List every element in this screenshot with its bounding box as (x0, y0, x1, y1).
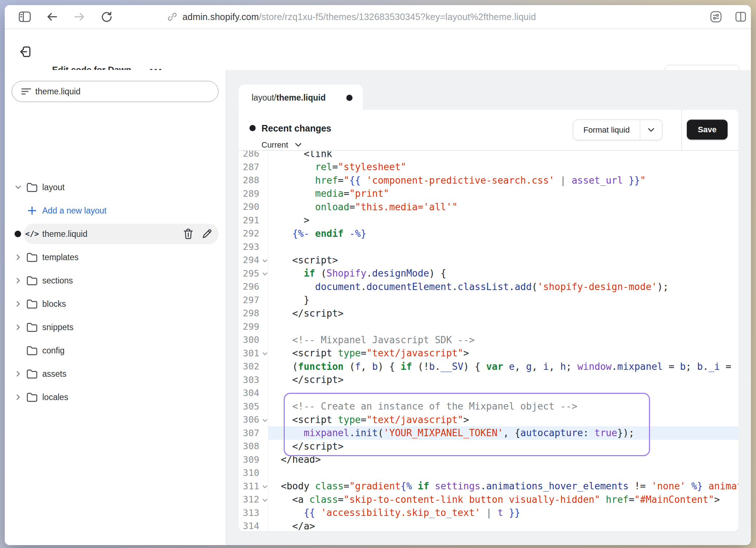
trash-icon[interactable] (183, 228, 194, 240)
chevron-right-icon[interactable] (14, 393, 22, 401)
fold-chevron-icon[interactable] (261, 417, 268, 424)
code-line-text[interactable]: } (268, 293, 739, 307)
code-line-299[interactable]: 299 (239, 320, 739, 333)
code-line-292[interactable]: 292 {%- endif -%} (239, 227, 739, 240)
file-search-input[interactable] (12, 81, 218, 102)
line-number[interactable]: 290 (239, 200, 268, 214)
code-line-313[interactable]: 313 {{ 'accessibility.skip_to_text' | t … (239, 506, 739, 520)
code-line-288[interactable]: 288 href="{{ 'component-predictive-searc… (239, 174, 739, 187)
line-number[interactable]: 309 (239, 453, 268, 466)
line-number[interactable]: 300 (239, 333, 268, 347)
tab-theme-liquid[interactable]: layout/theme.liquid (239, 85, 363, 111)
fold-chevron-icon[interactable] (261, 271, 268, 278)
line-number[interactable]: 299 (239, 320, 268, 333)
code-line-310[interactable]: 310 (239, 466, 739, 480)
code-line-295[interactable]: 295 if (Shopify.designMode) { (239, 267, 739, 280)
line-number[interactable]: 302 (239, 360, 268, 373)
chevron-right-icon[interactable] (14, 370, 22, 378)
code-line-296[interactable]: 296 document.documentElement.classList.a… (239, 280, 739, 294)
code-line-text[interactable]: <!-- Create an instance of the Mixpanel … (268, 400, 739, 413)
code-line-304[interactable]: 304 (239, 387, 739, 400)
code-line-text[interactable]: <script type="text/javascript"> (268, 347, 739, 360)
back-icon[interactable] (42, 5, 62, 28)
code-line-300[interactable]: 300 <!-- Mixpanel Javascript SDK --> (239, 333, 739, 347)
format-liquid-button[interactable]: Format liquid (573, 120, 662, 140)
code-line-text[interactable]: > (268, 214, 739, 227)
sidebar-item-snippets[interactable]: snippets (5, 316, 226, 339)
chevron-right-icon[interactable] (14, 277, 22, 285)
code-line-286[interactable]: 286 <link (239, 151, 739, 160)
save-button[interactable]: Save (687, 120, 728, 140)
code-line-290[interactable]: 290 onload="this.media='all'" (239, 200, 739, 214)
code-line-text[interactable]: </head> (268, 453, 739, 466)
code-line-text[interactable]: rel="stylesheet" (268, 160, 739, 174)
code-line-307[interactable]: 307 mixpanel.init('YOUR_MIXPANEL_TOKEN',… (239, 426, 739, 440)
sidebar-item-theme-liquid[interactable]: </>theme.liquid (5, 222, 226, 246)
line-number[interactable]: 287 (239, 160, 268, 174)
sidebar-item-add-a-new-layout[interactable]: Add a new layout (5, 199, 226, 222)
code-line-text[interactable]: </script> (268, 307, 739, 320)
code-line-302[interactable]: 302 (function (f, b) { if (!b.__SV) { va… (239, 360, 739, 373)
line-number[interactable]: 314 (239, 520, 268, 532)
code-line-text[interactable]: mixpanel.init('YOUR_MIXPANEL_TOKEN', {au… (268, 426, 739, 440)
code-line-text[interactable]: document.documentElement.classList.add('… (268, 280, 739, 294)
code-line-309[interactable]: 309 </head> (239, 453, 739, 466)
code-line-text[interactable]: <a class="skip-to-content-link button vi… (268, 493, 739, 506)
format-options-chevron[interactable] (640, 120, 662, 140)
fold-chevron-icon[interactable] (261, 484, 268, 490)
line-number[interactable]: 288 (239, 174, 268, 187)
line-number[interactable]: 304 (239, 387, 268, 400)
pencil-icon[interactable] (202, 228, 213, 239)
code-line-298[interactable]: 298 </script> (239, 307, 739, 320)
code-line-text[interactable] (268, 466, 739, 480)
split-view-icon[interactable] (731, 5, 751, 28)
code-line-314[interactable]: 314 </a> (239, 520, 739, 532)
line-number[interactable]: 293 (239, 240, 268, 254)
fold-chevron-icon[interactable] (261, 351, 268, 357)
chevron-right-icon[interactable] (14, 323, 22, 331)
code-line-text[interactable]: media="print" (268, 187, 739, 200)
pencil-button[interactable] (202, 228, 213, 240)
url-bar[interactable]: admin.shopify.com/store/rzq1xu-f5/themes… (167, 5, 536, 28)
code-line-294[interactable]: 294 <script> (239, 254, 739, 267)
line-number[interactable]: 313 (239, 506, 268, 520)
code-line-text[interactable]: href="{{ 'component-predictive-search.cs… (268, 174, 739, 187)
code-line-text[interactable]: </script> (268, 440, 739, 453)
code-line-312[interactable]: 312 <a class="skip-to-content-link butto… (239, 493, 739, 506)
line-number[interactable]: 295 (239, 267, 268, 280)
code-line-289[interactable]: 289 media="print" (239, 187, 739, 200)
code-line-text[interactable] (268, 320, 739, 333)
sidebar-toggle-icon[interactable] (15, 5, 35, 28)
code-editor[interactable]: 286 <link287 rel="stylesheet"288 href="{… (239, 151, 739, 531)
code-line-311[interactable]: 311 <body class="gradient{% if settings.… (239, 480, 739, 493)
line-number[interactable]: 307 (239, 426, 268, 440)
code-line-text[interactable]: <link (268, 151, 739, 160)
code-line-text[interactable]: onload="this.media='all'" (268, 200, 739, 214)
sidebar-item-templates[interactable]: templates (5, 246, 226, 269)
code-line-287[interactable]: 287 rel="stylesheet" (239, 160, 739, 174)
line-number[interactable]: 289 (239, 187, 268, 200)
line-number[interactable]: 308 (239, 440, 268, 453)
line-number[interactable]: 312 (239, 493, 268, 506)
exit-editor-icon[interactable] (19, 45, 32, 58)
line-number[interactable]: 298 (239, 307, 268, 320)
chevron-right-icon[interactable] (14, 253, 22, 261)
chevron-right-icon[interactable] (14, 300, 22, 308)
code-line-297[interactable]: 297 } (239, 293, 739, 307)
code-line-text[interactable] (268, 387, 739, 400)
trash-button[interactable] (183, 228, 194, 240)
sidebar-item-config[interactable]: config (5, 339, 226, 362)
line-number[interactable]: 306 (239, 413, 268, 427)
version-selector[interactable]: Current (261, 140, 302, 150)
code-line-text[interactable]: <body class="gradient{% if settings.anim… (268, 480, 739, 493)
code-line-text[interactable]: <script type="text/javascript"> (268, 413, 739, 427)
reload-icon[interactable] (97, 5, 117, 28)
code-line-303[interactable]: 303 </script> (239, 373, 739, 387)
code-line-308[interactable]: 308 </script> (239, 440, 739, 453)
line-number[interactable]: 296 (239, 280, 268, 294)
code-line-text[interactable]: </a> (268, 520, 739, 532)
line-number[interactable]: 294 (239, 254, 268, 267)
sidebar-item-sections[interactable]: sections (5, 269, 226, 292)
code-line-291[interactable]: 291 > (239, 214, 739, 227)
code-line-text[interactable]: if (Shopify.designMode) { (268, 267, 739, 280)
